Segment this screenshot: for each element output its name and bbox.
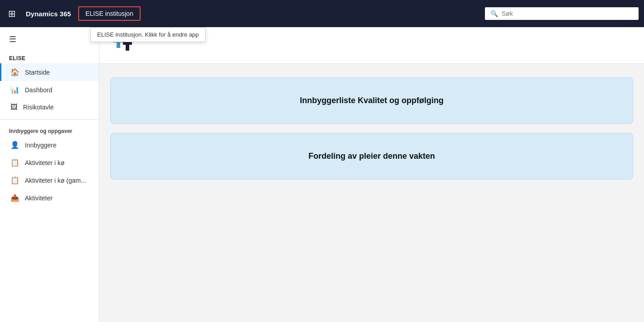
- search-bar: 🔍: [485, 7, 639, 20]
- topbar: ⊞ Dynamics 365 ELISE institusjon 🔍: [0, 0, 644, 27]
- sidebar-section-elise: ELISE: [0, 52, 99, 63]
- sidebar-item-dashbord[interactable]: 📊 Dashbord: [0, 81, 99, 99]
- waffle-icon[interactable]: ⊞: [5, 5, 19, 22]
- sidebar-label-aktiviteter-ko: Aktiviteter i kø: [25, 159, 65, 166]
- hamburger-button[interactable]: ☰: [0, 27, 99, 52]
- card-fordeling[interactable]: Fordeling av pleier denne vakten: [110, 133, 633, 180]
- main-area: ☰ ELISE 🏠 Startside 📊 Dashbord 🖼 Risikot…: [0, 27, 644, 322]
- current-app-button[interactable]: ELISE institusjon: [78, 6, 141, 21]
- content-area: Innbyggerliste Kvalitet og oppfølging Fo…: [99, 27, 644, 322]
- sidebar-label-aktiviteter: Aktiviteter: [25, 194, 52, 202]
- sidebar-subsection-innbyggere: Innbyggere og oppgaver: [0, 123, 99, 136]
- cards-container: Innbyggerliste Kvalitet og oppfølging Fo…: [99, 64, 644, 193]
- sidebar-item-aktiviteter-ko-gam[interactable]: 📋 Aktiviteter i kø (gam...: [0, 171, 99, 189]
- sidebar-divider: [0, 119, 99, 120]
- search-icon: 🔍: [490, 10, 498, 17]
- sidebar-label-innbyggere: Innbyggere: [25, 142, 56, 149]
- queue-icon: 📋: [10, 158, 19, 167]
- chart-icon: 📊: [10, 85, 19, 94]
- person-icon: 👤: [10, 141, 19, 149]
- sidebar-item-aktiviteter-ko[interactable]: 📋 Aktiviteter i kø: [0, 154, 99, 171]
- sidebar-item-aktiviteter[interactable]: 📤 Aktiviteter: [0, 189, 99, 207]
- sidebar-item-startside[interactable]: 🏠 Startside: [0, 63, 99, 81]
- card-innbyggerliste[interactable]: Innbyggerliste Kvalitet og oppfølging: [110, 77, 633, 124]
- sidebar-label-dashbord: Dashbord: [25, 86, 52, 94]
- card-fordeling-title: Fordeling av pleier denne vakten: [308, 152, 435, 161]
- app-change-tooltip: ELISE institusjon. Klikk for å endre app: [90, 27, 206, 42]
- activity-icon: 📤: [10, 194, 19, 202]
- sidebar-label-risikotavle: Risikotavle: [23, 104, 54, 111]
- sidebar-item-innbyggere[interactable]: 👤 Innbyggere: [0, 136, 99, 154]
- sidebar-item-risikotavle[interactable]: 🖼 Risikotavle: [0, 99, 99, 116]
- sidebar-label-startside: Startside: [25, 69, 50, 76]
- svg-rect-3: [123, 42, 132, 45]
- card-innbyggerliste-title: Innbyggerliste Kvalitet og oppfølging: [300, 96, 444, 105]
- risk-icon: 🖼: [10, 103, 18, 111]
- home-icon: 🏠: [10, 68, 19, 76]
- app-name: Dynamics 365: [26, 10, 71, 18]
- sidebar-label-aktiviteter-ko-gam: Aktiviteter i kø (gam...: [25, 177, 86, 184]
- search-input[interactable]: [502, 10, 633, 17]
- sidebar: ☰ ELISE 🏠 Startside 📊 Dashbord 🖼 Risikot…: [0, 27, 99, 322]
- queue-old-icon: 📋: [10, 176, 19, 185]
